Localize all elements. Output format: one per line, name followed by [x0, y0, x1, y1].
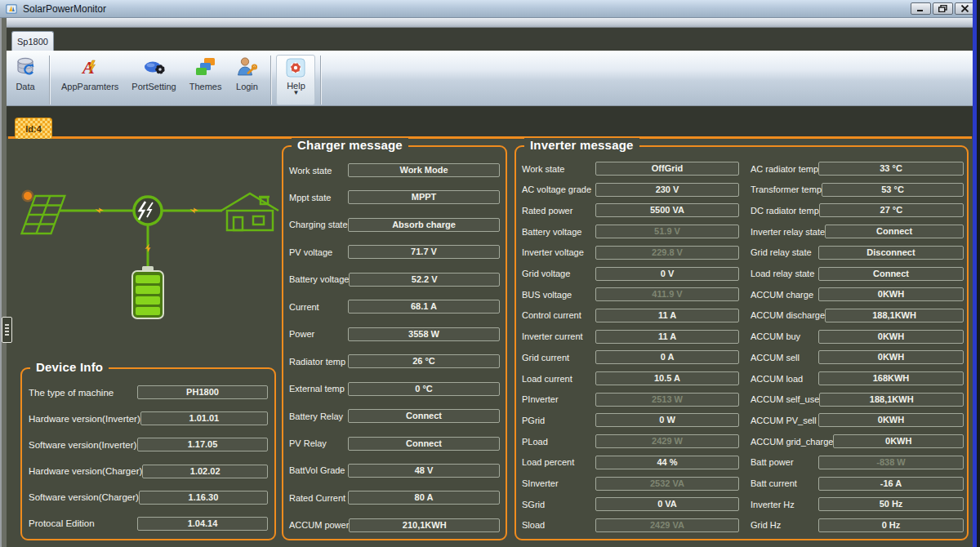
field-row: AC radiator temp33 °C — [751, 162, 964, 176]
field-row: PLoad2429 W — [522, 434, 739, 448]
field-label: SInverter — [522, 478, 559, 488]
grip-icon — [5, 324, 9, 336]
field-value: 188,1KWH — [825, 309, 964, 322]
document-tab-band — [7, 106, 973, 139]
field-value: OffGrid — [595, 162, 739, 176]
toolbar-button-themes[interactable]: Themes — [183, 54, 229, 101]
field-row: PGrid0 W — [522, 413, 739, 427]
field-value: 27 °C — [819, 203, 964, 217]
field-row: ACCUM power210,1KWH — [289, 518, 500, 532]
field-row: External temp0 °C — [289, 382, 500, 396]
field-label: Battery voltage — [289, 274, 349, 284]
field-row: AC voltage grade230 V — [522, 183, 739, 197]
group-title: Device Info — [30, 360, 109, 374]
system-diagram — [11, 178, 281, 333]
field-row: Work stateOffGrid — [522, 162, 739, 176]
field-value: 1.17.05 — [137, 438, 268, 451]
app-parameters-icon: A — [78, 56, 101, 78]
field-value: 0 Hz — [818, 518, 964, 532]
field-value: 33 °C — [818, 162, 964, 176]
field-label: Grid Hz — [751, 520, 781, 530]
house-icon — [221, 193, 278, 230]
field-row: PV voltage71.7 V — [289, 245, 500, 259]
field-row: Load percent44 % — [522, 456, 739, 469]
field-row: ACCUM PV_sell0KWH — [751, 413, 964, 427]
field-row: Grid relay stateDisconnect — [751, 246, 964, 260]
field-row: Current68.1 A — [289, 300, 500, 314]
titlebar: SolarPowerMonitor — [0, 0, 980, 18]
field-label: Inverter Hz — [751, 500, 795, 509]
field-row: Radiator temp26 °C — [289, 354, 500, 368]
toolbar-separator — [320, 56, 321, 105]
toolbar-button-help[interactable]: Help ▼ — [276, 55, 315, 105]
field-label: PInverter — [522, 394, 559, 404]
field-value: 1.01.01 — [140, 411, 268, 425]
field-label: Batt power — [751, 457, 794, 467]
window-border-edge — [977, 0, 980, 547]
tab-id4[interactable]: Id:4 — [15, 118, 52, 139]
field-row: Hardware version(Charger)1.02.02 — [29, 465, 268, 478]
field-label: Current — [289, 302, 319, 312]
field-label: SGrid — [522, 500, 545, 509]
field-row: BattVol Grade48 V — [289, 464, 500, 478]
field-row: Charging stateAbsorb charge — [289, 218, 500, 232]
field-row: Sload2429 VA — [522, 518, 739, 532]
group-title: Inverter message — [524, 138, 639, 152]
inverter-right-rows: AC radiator temp33 °CTransformer temp53 … — [751, 162, 964, 532]
field-label: Batt current — [751, 478, 797, 488]
field-label: Software version(Charger) — [29, 492, 139, 502]
field-label: PGrid — [522, 416, 545, 425]
field-value: Connect — [818, 267, 964, 281]
field-label: ACCUM PV_sell — [751, 416, 817, 425]
field-value: 2429 VA — [595, 518, 739, 532]
field-row: ACCUM load168KWH — [751, 371, 964, 385]
app-icon — [5, 2, 18, 16]
field-label: Software version(Inverter) — [29, 440, 136, 450]
field-label: Rated power — [522, 206, 572, 216]
field-value: 5500 VA — [595, 203, 739, 217]
field-label: Hardware version(Inverter) — [29, 414, 140, 424]
field-row: Protocal Edition1.04.14 — [29, 517, 268, 531]
field-row: Rated Current80 A — [289, 491, 500, 505]
toolbar-button-appparamters[interactable]: A AppParamters — [55, 54, 125, 101]
field-value: 48 V — [348, 464, 500, 478]
toolbar-button-data[interactable]: Data — [7, 54, 44, 101]
field-value: 229.8 V — [595, 246, 739, 260]
field-label: Power — [289, 329, 314, 339]
field-label: ACCUM load — [751, 374, 803, 384]
field-row: SGrid0 VA — [522, 497, 739, 511]
field-row: Battery voltage52.2 V — [289, 273, 500, 287]
device-info-group: Device Info The type of machinePH1800Har… — [20, 367, 276, 540]
field-row: ACCUM sell0KWH — [751, 350, 964, 364]
field-value: PH1800 — [137, 385, 268, 399]
menu-band — [0, 18, 980, 28]
field-row: Inverter voltage229.8 V — [522, 246, 739, 260]
database-sync-icon — [14, 56, 37, 78]
field-label: Grid voltage — [522, 269, 570, 278]
toolbar-label: Themes — [189, 82, 222, 91]
field-row: DC radiator temp27 °C — [751, 203, 964, 217]
field-label: Load relay state — [751, 269, 814, 278]
field-label: Load percent — [522, 457, 574, 467]
field-value: 26 °C — [348, 354, 500, 368]
restore-button[interactable] — [933, 2, 953, 15]
field-value: 0KWH — [818, 330, 964, 344]
field-label: Transformer temp — [751, 185, 822, 194]
window-border-left — [0, 18, 7, 547]
field-label: Mppt state — [289, 193, 331, 202]
field-value: 52.2 V — [349, 273, 500, 287]
inverter-icon — [134, 197, 162, 225]
toolbar-button-login[interactable]: Login — [228, 54, 265, 101]
field-row: Load relay stateConnect — [751, 267, 964, 281]
field-row: Batt current-16 A — [751, 477, 964, 491]
field-row: Grid voltage0 V — [522, 267, 739, 281]
toolbar-button-portsetting[interactable]: PortSetting — [125, 54, 182, 101]
field-value: 11 A — [595, 309, 739, 322]
field-row: Inverter Hz50 Hz — [751, 497, 964, 511]
field-label: Inverter current — [522, 331, 583, 341]
login-user-icon — [235, 56, 258, 78]
minimize-button[interactable] — [911, 2, 931, 15]
tab-sp1800[interactable]: Sp1800 — [11, 31, 54, 51]
field-value: 0 A — [595, 350, 739, 364]
charger-message-group: Charger message Work stateWork ModeMppt … — [282, 145, 507, 540]
